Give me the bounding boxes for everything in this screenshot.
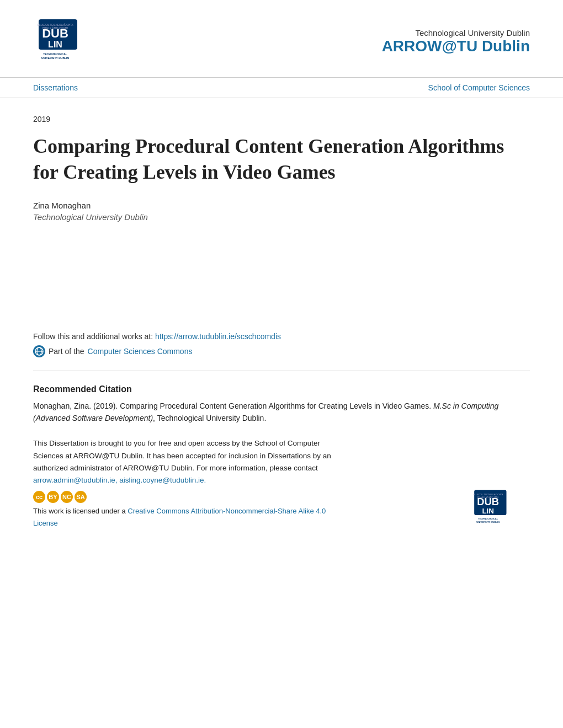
email1-link[interactable]: arrow.admin@tudublin.ie,: [33, 476, 118, 484]
svg-text:OLLSCOIL TEICNEOLAÍOCHTA: OLLSCOIL TEICNEOLAÍOCHTA: [473, 494, 503, 496]
svg-text:BHAILE ÁTHA CLIATH: BHAILE ÁTHA CLIATH: [477, 496, 499, 499]
header: DUB LIN OLLSCOIL TEICNEOLAÍOCHTA BHAILE …: [0, 0, 563, 77]
institution-name: Technological University Dublin: [382, 28, 530, 38]
follow-section: Follow this and additional works at: htt…: [33, 332, 530, 357]
dissertations-link[interactable]: Dissertations: [33, 83, 78, 92]
citation-text: Monaghan, Zina. (2019). Comparing Proced…: [33, 400, 530, 425]
open-access-text: This Dissertation is brought to you for …: [33, 437, 342, 529]
header-right: Technological University Dublin ARROW@TU…: [382, 28, 530, 55]
page: DUB LIN OLLSCOIL TEICNEOLAÍOCHTA BHAILE …: [0, 0, 563, 728]
page-title: Comparing Procedural Content Generation …: [33, 133, 530, 185]
svg-text:UNIVERSITY DUBLIN: UNIVERSITY DUBLIN: [476, 521, 500, 523]
email2-link[interactable]: aisling.coyne@tudublin.ie.: [119, 476, 206, 484]
citation-section-title: Recommended Citation: [33, 384, 530, 394]
school-link[interactable]: School of Computer Sciences: [428, 83, 530, 92]
author-name: Zina Monaghan: [33, 201, 530, 210]
svg-text:BHAILE ÁTHA CLIATH: BHAILE ÁTHA CLIATH: [43, 26, 68, 30]
divider-1: [33, 371, 530, 371]
tu-dublin-logo-bottom: DUB LIN OLLSCOIL TEICNEOLAÍOCHTA BHAILE …: [469, 488, 530, 529]
logo-area: DUB LIN OLLSCOIL TEICNEOLAÍOCHTA BHAILE …: [33, 17, 105, 66]
svg-text:UNIVERSITY DUBLIN: UNIVERSITY DUBLIN: [41, 56, 70, 60]
open-access-block: This Dissertation is brought to you for …: [33, 437, 530, 529]
year: 2019: [33, 115, 530, 124]
svg-text:LIN: LIN: [482, 507, 493, 515]
cc-circle-cc: cc: [33, 491, 45, 503]
tu-dublin-logo: DUB LIN OLLSCOIL TEICNEOLAÍOCHTA BHAILE …: [33, 17, 105, 66]
nav-bar: Dissertations School of Computer Science…: [0, 77, 563, 98]
svg-text:TECHNOLOGICAL: TECHNOLOGICAL: [478, 518, 498, 521]
citation-main: Monaghan, Zina. (2019). Comparing Proced…: [33, 402, 498, 422]
svg-text:LIN: LIN: [48, 40, 62, 49]
right-block: DUB LIN OLLSCOIL TEICNEOLAÍOCHTA BHAILE …: [469, 488, 530, 529]
network-icon: [33, 345, 45, 357]
author-institution: Technological University Dublin: [33, 212, 530, 222]
cc-circle-by: BY: [47, 491, 59, 503]
follow-url[interactable]: https://arrow.tudublin.ie/scschcomdis: [155, 332, 281, 341]
cc-circle-sa: SA: [75, 491, 87, 503]
license-line: This work is licensed under a Creative C…: [33, 505, 342, 529]
cc-circle-nc: NC: [61, 491, 73, 503]
svg-text:TECHNOLOGICAL: TECHNOLOGICAL: [43, 52, 67, 56]
license-text-prefix: This work is licensed under a: [33, 507, 126, 515]
part-of-prefix: Part of the: [49, 347, 84, 356]
open-access-paragraph: This Dissertation is brought to you for …: [33, 439, 331, 484]
main-content: 2019 Comparing Procedural Content Genera…: [0, 115, 563, 529]
part-of-line: Part of the Computer Sciences Commons: [33, 345, 530, 357]
commons-link[interactable]: Computer Sciences Commons: [88, 347, 193, 356]
cc-badge: cc BY NC SA: [33, 491, 342, 503]
svg-text:OLLSCOIL TEICNEOLAÍOCHTA: OLLSCOIL TEICNEOLAÍOCHTA: [37, 23, 73, 26]
arrow-link[interactable]: ARROW@TU Dublin: [382, 38, 530, 55]
follow-text: Follow this and additional works at: htt…: [33, 332, 530, 341]
